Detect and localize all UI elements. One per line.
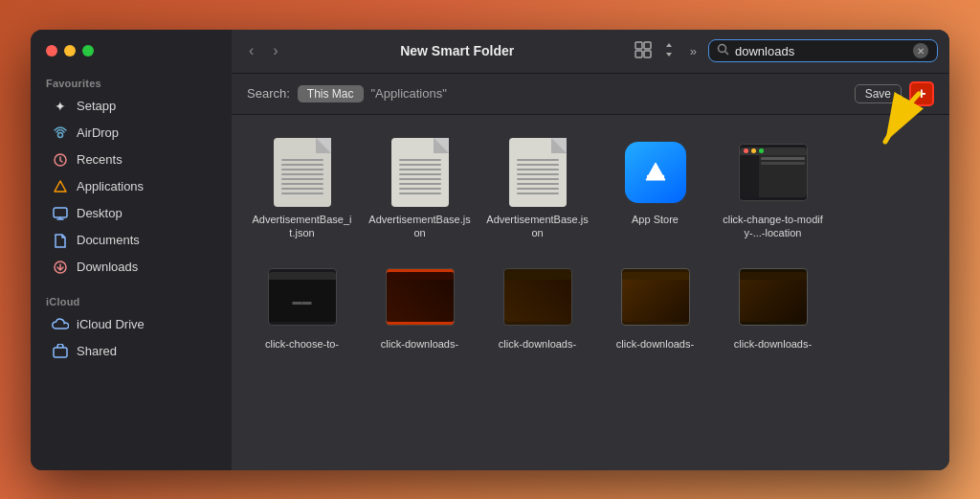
files-grid: AdvertisementBase_it.json Adverti bbox=[247, 130, 934, 359]
file-item[interactable]: click-downloads- bbox=[365, 255, 475, 358]
search-input[interactable] bbox=[735, 44, 907, 58]
airdrop-icon bbox=[52, 125, 69, 142]
search-scope-row: Search: This Mac "Applications" Save + bbox=[232, 74, 949, 115]
file-item[interactable]: click-change-to-modify-...-location bbox=[718, 130, 828, 248]
file-icon bbox=[739, 262, 808, 331]
search-clear-button[interactable]: ✕ bbox=[913, 43, 928, 58]
sidebar-item-label: Recents bbox=[77, 152, 122, 167]
file-name: App Store bbox=[632, 213, 679, 226]
sidebar: Favourites ✦ Setapp AirDrop Rec bbox=[31, 30, 232, 470]
file-name: AdvertisementBase.json bbox=[486, 213, 589, 240]
finder-window: Favourites ✦ Setapp AirDrop Rec bbox=[31, 30, 949, 470]
file-name: click-change-to-modify-...-location bbox=[722, 213, 824, 240]
shared-icon bbox=[52, 343, 69, 360]
window-title: New Smart Folder bbox=[292, 43, 623, 58]
favourites-label: Favourites bbox=[31, 70, 232, 93]
icloud-label: iCloud bbox=[31, 288, 232, 311]
fullscreen-button[interactable] bbox=[82, 45, 94, 57]
sidebar-item-shared[interactable]: Shared bbox=[36, 338, 226, 365]
save-button[interactable]: Save bbox=[855, 84, 902, 103]
recents-icon bbox=[52, 151, 69, 169]
downloads-icon bbox=[52, 259, 69, 276]
file-name: click-downloads- bbox=[381, 337, 458, 351]
traffic-lights bbox=[31, 45, 232, 70]
sidebar-item-applications[interactable]: Applications bbox=[36, 173, 226, 200]
search-bar: ✕ bbox=[708, 39, 938, 62]
file-name: click-choose-to- bbox=[265, 337, 339, 351]
file-icon: ▬▬ bbox=[268, 262, 337, 331]
file-item[interactable]: App Store bbox=[600, 130, 710, 248]
svg-rect-6 bbox=[644, 42, 651, 49]
file-icon bbox=[503, 138, 572, 207]
back-button[interactable]: ‹ bbox=[243, 40, 259, 61]
svg-point-9 bbox=[719, 45, 726, 53]
file-icon bbox=[386, 138, 455, 207]
file-item[interactable]: AdvertisementBase.json bbox=[365, 130, 475, 248]
sidebar-item-label: AirDrop bbox=[77, 125, 119, 140]
file-icon bbox=[621, 262, 690, 331]
main-content: ‹ › New Smart Folder bbox=[232, 30, 949, 470]
icloud-drive-icon bbox=[52, 316, 69, 333]
files-area: AdvertisementBase_it.json Adverti bbox=[232, 115, 949, 470]
minimize-button[interactable] bbox=[64, 45, 76, 57]
file-item[interactable]: click-downloads- bbox=[482, 255, 592, 358]
sidebar-item-label: iCloud Drive bbox=[77, 317, 145, 331]
svg-rect-4 bbox=[54, 348, 67, 357]
file-name: click-downloads- bbox=[734, 337, 812, 351]
grid-view-button[interactable] bbox=[631, 39, 656, 63]
sidebar-item-label: Setapp bbox=[77, 99, 116, 113]
sidebar-item-downloads[interactable]: Downloads bbox=[36, 254, 226, 281]
file-item[interactable]: ▬▬ click-choose-to- bbox=[247, 255, 357, 358]
sidebar-item-icloud-drive[interactable]: iCloud Drive bbox=[36, 311, 226, 338]
view-controls bbox=[631, 39, 679, 63]
svg-rect-8 bbox=[644, 51, 651, 57]
svg-rect-2 bbox=[54, 208, 67, 217]
search-icon bbox=[717, 43, 729, 58]
setapp-icon: ✦ bbox=[52, 98, 69, 115]
file-item[interactable]: AdvertisementBase_it.json bbox=[247, 130, 357, 248]
more-button[interactable]: » bbox=[686, 42, 701, 60]
sidebar-item-setapp[interactable]: ✦ Setapp bbox=[36, 93, 226, 120]
scope-this-mac-button[interactable]: This Mac bbox=[298, 85, 364, 102]
sidebar-item-label: Downloads bbox=[77, 260, 138, 274]
sort-button[interactable] bbox=[659, 40, 679, 62]
file-item[interactable]: click-downloads- bbox=[718, 255, 828, 358]
file-icon bbox=[621, 138, 690, 207]
forward-button[interactable]: › bbox=[267, 40, 283, 61]
sidebar-item-airdrop[interactable]: AirDrop bbox=[36, 120, 226, 147]
sidebar-item-recents[interactable]: Recents bbox=[36, 147, 226, 173]
file-icon bbox=[739, 138, 808, 207]
sidebar-item-label: Documents bbox=[77, 233, 140, 247]
sidebar-item-desktop[interactable]: Desktop bbox=[36, 200, 226, 227]
file-item[interactable]: AdvertisementBase.json bbox=[482, 130, 592, 248]
search-label: Search: bbox=[247, 86, 290, 101]
file-icon bbox=[268, 138, 337, 207]
file-icon bbox=[503, 262, 572, 331]
scope-applications-text[interactable]: "Applications" bbox=[371, 86, 447, 101]
sidebar-item-documents[interactable]: Documents bbox=[36, 227, 226, 254]
svg-rect-5 bbox=[635, 42, 642, 49]
add-criteria-button[interactable]: + bbox=[909, 81, 934, 106]
file-name: click-downloads- bbox=[616, 337, 694, 351]
sidebar-item-label: Applications bbox=[77, 179, 144, 193]
toolbar: ‹ › New Smart Folder bbox=[232, 30, 949, 74]
documents-icon bbox=[52, 232, 69, 249]
sidebar-item-label: Shared bbox=[77, 344, 117, 358]
sidebar-item-label: Desktop bbox=[77, 206, 122, 220]
svg-rect-7 bbox=[635, 51, 642, 57]
applications-icon bbox=[52, 178, 69, 195]
close-button[interactable] bbox=[46, 45, 57, 57]
file-name: AdvertisementBase.json bbox=[368, 213, 471, 240]
file-icon bbox=[386, 262, 455, 331]
file-name: click-downloads- bbox=[499, 337, 576, 351]
desktop-icon bbox=[52, 205, 69, 222]
svg-point-0 bbox=[58, 132, 63, 137]
file-name: AdvertisementBase_it.json bbox=[251, 213, 353, 240]
file-item[interactable]: click-downloads- bbox=[600, 255, 710, 358]
